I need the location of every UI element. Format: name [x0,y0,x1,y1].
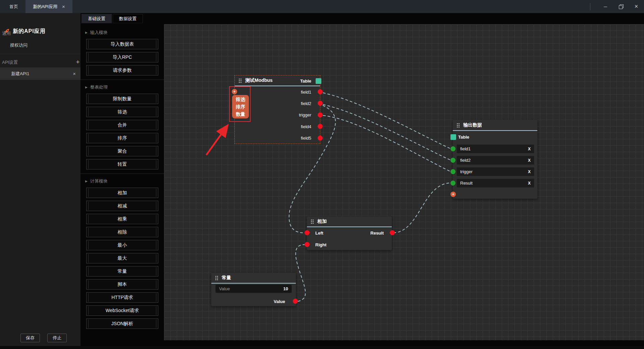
drag-handle-icon[interactable] [457,123,460,128]
output-row-field1[interactable]: field1 X [457,144,534,153]
remove-field1-icon[interactable]: X [528,147,531,151]
input-port-left[interactable] [305,230,310,235]
minimize-icon[interactable]: ─ [598,0,613,13]
restore-icon[interactable] [613,0,629,13]
node-output-title: 输出数据 [463,122,482,128]
close-icon[interactable]: × [629,0,644,13]
input-port-field1[interactable] [450,146,455,151]
module-button-multiply[interactable]: 相乘 [86,214,158,224]
controls-divider [590,3,590,10]
node-modbus-title: 测试Modbus [245,78,273,84]
api1-label: 新建API1 [11,71,73,77]
input-port-trigger[interactable] [450,169,455,174]
module-button-max[interactable]: 最大 [86,253,158,263]
module-button-json[interactable]: JSON解析 [86,318,158,329]
modules-list: ▶ 输入模块 导入数据表 导入RPC 请求参数 ▶ 整表处理 限制数量 筛选 合… [80,23,164,329]
tab-close-icon[interactable]: × [62,4,65,9]
restore-glyph [619,4,623,9]
node-constant[interactable]: 常量 Value 10 Value [211,273,296,306]
sidebar-footer: 保存 停止 [0,334,80,342]
module-button-constant[interactable]: 常量 [86,266,158,277]
tooltip-line-filter: 筛选 [236,96,245,103]
value-placeholder: Value [219,286,283,291]
port-row-field5: field5 [235,133,320,144]
tab-home[interactable]: 首页 [0,0,25,13]
node-output-header[interactable]: 输出数据 [453,120,537,131]
trigger-label: trigger [299,112,311,117]
add-output-row-icon[interactable]: + [450,192,456,197]
output-row-result[interactable]: Result X [457,179,534,188]
output-port-trigger[interactable] [318,112,323,117]
input-port-right[interactable] [305,242,310,247]
value-number: 10 [283,286,288,291]
tab-api-app[interactable]: 新的API应用 × [25,0,72,13]
group-divider [80,173,164,174]
node-add-header[interactable]: 相加 [307,216,392,227]
group-compute-modules[interactable]: ▶ 计算模块 [85,178,164,184]
module-button-merge[interactable]: 合并 [86,120,158,130]
drag-handle-icon[interactable] [239,78,242,83]
window-titlebar: 首页 新的API应用 × ─ × [0,0,644,13]
module-button-transpose[interactable]: 转置 [86,159,158,169]
module-button-divide[interactable]: 相除 [86,227,158,237]
output-port-field1[interactable] [318,89,323,94]
module-button-http[interactable]: HTTP请求 [86,292,158,303]
remove-field2-icon[interactable]: X [528,158,531,163]
section-api-label: API设置 [2,59,18,65]
output-row-trigger[interactable]: trigger X [457,167,534,176]
add-processor-icon[interactable]: + [232,89,237,94]
module-button-import-table[interactable]: 导入数据表 [86,39,158,49]
group-divider [80,80,164,80]
input-port-result[interactable] [450,181,455,186]
tab-basic-settings[interactable]: 基础设置 [82,14,112,23]
field4-label: field4 [301,124,311,129]
node-constant-header[interactable]: 常量 [211,273,296,284]
group-input-modules[interactable]: ▶ 输入模块 [85,30,164,36]
tab-data-settings[interactable]: 数据设置 [113,14,143,23]
processor-tooltip: 筛选 排序 数量 [232,95,249,118]
api1-close-icon[interactable]: × [73,71,76,77]
remove-result-icon[interactable]: X [528,181,531,186]
sidebar: 新的API应用 通用 授权访问 API设置 + 新建API1 × 保存 停止 [0,13,80,346]
field2-label: field2 [301,101,311,106]
save-button[interactable]: 保存 [20,334,40,342]
sidebar-divider [0,54,80,54]
output-row-field2[interactable]: field2 X [457,156,534,165]
drag-handle-icon[interactable] [215,276,218,280]
output-port-field5[interactable] [318,136,323,141]
output-port-result[interactable] [390,230,395,235]
group-table-processing[interactable]: ▶ 整表处理 [85,84,164,90]
settings-tabs: 基础设置 数据设置 [82,14,164,23]
row-field1-label: field1 [460,146,528,151]
row-result-label: Result [460,181,528,186]
module-button-aggregate[interactable]: 聚合 [86,146,158,156]
module-button-add[interactable]: 相加 [86,188,158,198]
collapse-arrow-icon: ▶ [85,86,88,89]
node-add[interactable]: 相加 Left Right Result [307,216,392,250]
add-api-icon[interactable]: + [74,59,81,65]
module-button-import-rpc[interactable]: 导入RPC [86,52,158,62]
sidebar-item-api1[interactable]: 新建API1 × [0,67,80,80]
stop-button[interactable]: 停止 [47,334,67,342]
group-compute-label: 计算模块 [90,178,108,184]
port-row-field4: field4 [235,121,320,132]
app-window: 首页 新的API应用 × ─ × 新的API应用 通用 授权访问 API设置 + [0,0,644,349]
drag-handle-icon[interactable] [311,219,314,224]
node-output[interactable]: 输出数据 Table field1 X field2 X trigger X R… [453,120,537,199]
canvas-top-strip [164,13,644,24]
remove-trigger-icon[interactable]: X [528,169,531,174]
module-button-request-params[interactable]: 请求参数 [86,65,158,76]
node-modbus-header[interactable]: 测试Modbus Table [235,76,320,86]
sidebar-item-auth[interactable]: 授权访问 [10,42,28,48]
module-button-limit[interactable]: 限制数量 [86,94,158,104]
input-port-field2[interactable] [450,158,455,163]
output-port-value[interactable] [293,299,298,304]
module-button-min[interactable]: 最小 [86,240,158,250]
module-button-script[interactable]: 脚本 [86,279,158,290]
module-button-filter[interactable]: 筛选 [86,107,158,117]
module-button-subtract[interactable]: 相减 [86,201,158,211]
constant-value-input[interactable]: Value 10 [215,285,292,293]
module-button-websocket[interactable]: WebSocket请求 [86,305,158,316]
module-button-sort[interactable]: 排序 [86,133,158,143]
node-constant-title: 常量 [222,275,231,281]
